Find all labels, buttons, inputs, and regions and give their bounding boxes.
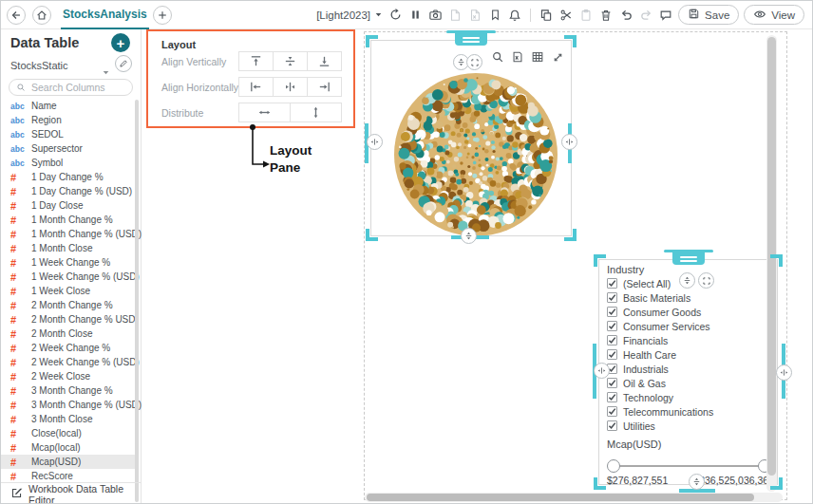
resize-width-left-handle[interactable]	[367, 134, 383, 150]
checkbox-icon[interactable]	[607, 406, 617, 417]
save-button[interactable]: Save	[678, 5, 739, 25]
column-list-item[interactable]: # 2 Month Change %	[1, 298, 136, 312]
maximize-panel-button[interactable]	[466, 54, 482, 70]
back-button[interactable]	[7, 6, 26, 25]
distribute-horizontal-button[interactable]	[238, 103, 291, 122]
expand-icon[interactable]	[550, 49, 565, 65]
notifications-bell-icon[interactable]	[507, 8, 522, 23]
checkbox-icon[interactable]	[607, 278, 617, 289]
panel-drag-handle[interactable]	[664, 250, 713, 265]
resize-height-bottom-handle[interactable]	[689, 474, 705, 490]
align-right-button[interactable]	[307, 77, 342, 97]
tab-stocksanalysis[interactable]: StocksAnalysis	[61, 1, 149, 29]
industry-filter-checkbox-row[interactable]: Oil & Gas	[607, 376, 713, 390]
column-list-item[interactable]: # 2 Week Change % (USD)	[1, 355, 136, 369]
resize-height-bottom-handle[interactable]	[461, 228, 477, 244]
checkbox-icon[interactable]	[607, 349, 617, 360]
comment-icon[interactable]	[658, 8, 673, 23]
column-list-item[interactable]: # 1 Week Close	[1, 284, 136, 298]
industry-filter-checkbox-row[interactable]: Technology	[607, 390, 713, 404]
column-list-item[interactable]: abc Name	[1, 99, 136, 113]
industry-filter-checkbox-row[interactable]: Industrials	[607, 362, 713, 376]
add-dashboard-button[interactable]	[153, 6, 172, 25]
refresh-icon[interactable]	[388, 8, 403, 23]
workbook-data-table-editor-button[interactable]: Workbook Data Table Editor	[1, 482, 141, 504]
table-view-icon[interactable]	[530, 49, 545, 65]
align-bottom-button[interactable]	[307, 51, 342, 71]
column-list-item[interactable]: # 1 Day Change %	[1, 170, 136, 184]
column-list-item[interactable]: # Mcap(USD)	[1, 455, 136, 469]
delete-trash-icon[interactable]	[598, 8, 614, 23]
industry-filter-checkbox-row[interactable]: Financials	[607, 333, 713, 347]
column-list-item[interactable]: abc Symbol	[1, 156, 136, 170]
scrollbar-thumb[interactable]	[367, 494, 754, 501]
pdf-export-icon[interactable]	[447, 8, 463, 23]
data-table-name[interactable]: StocksStatic	[10, 60, 68, 71]
checkbox-icon[interactable]	[607, 420, 617, 431]
align-middle-button[interactable]	[273, 51, 308, 71]
slider-min-handle[interactable]	[607, 459, 620, 473]
resize-width-right-handle[interactable]	[776, 364, 792, 381]
column-list-item[interactable]: # Mcap(local)	[1, 440, 136, 455]
circle-pack-visualization-panel[interactable]	[370, 40, 572, 236]
align-center-button[interactable]	[273, 77, 308, 97]
fit-height-button[interactable]	[679, 272, 695, 289]
canvas-horizontal-scrollbar[interactable]	[365, 493, 783, 502]
checkbox-icon[interactable]	[607, 392, 617, 402]
checkbox-icon[interactable]	[607, 292, 617, 303]
search-columns-input[interactable]	[29, 81, 125, 94]
redo-icon[interactable]	[638, 8, 653, 23]
undo-icon[interactable]	[618, 8, 633, 23]
edit-table-button[interactable]	[115, 55, 132, 72]
column-list-item[interactable]: # Close(local)	[1, 426, 136, 440]
column-list-item[interactable]: # 2 Month Close	[1, 327, 136, 341]
column-list-item[interactable]: # 2 Month Change % USD	[1, 312, 136, 327]
sidebar-scrollbar[interactable]	[135, 100, 139, 502]
column-list-item[interactable]: # 3 Month Change %	[1, 383, 136, 398]
pause-icon[interactable]	[407, 8, 423, 23]
industry-filter-panel[interactable]: Industry (Select All) Basic Materials Co…	[598, 259, 778, 485]
camera-icon[interactable]	[427, 8, 443, 23]
checkbox-icon[interactable]	[607, 307, 617, 317]
add-data-table-button[interactable]: +	[111, 33, 130, 52]
column-list-item[interactable]: # 2 Week Change %	[1, 341, 136, 355]
zoom-search-icon[interactable]	[490, 49, 505, 65]
column-list-item[interactable]: # 2 Week Close	[1, 369, 136, 383]
column-list-item[interactable]: # 3 Month Change % (USD)	[1, 398, 136, 412]
column-list-item[interactable]: # 1 Week Change %	[1, 255, 136, 270]
view-button[interactable]: View	[744, 5, 804, 25]
resize-width-left-handle[interactable]	[594, 363, 610, 379]
industry-filter-checkbox-row[interactable]: Basic Materials	[607, 290, 713, 305]
checkbox-icon[interactable]	[607, 378, 617, 388]
theme-selector[interactable]: [Light2023]	[316, 9, 383, 21]
industry-filter-checkbox-row[interactable]: Consumer Services	[607, 319, 713, 333]
maximize-panel-button[interactable]	[698, 272, 714, 289]
checkbox-icon[interactable]	[607, 321, 617, 331]
paste-icon[interactable]	[578, 8, 594, 23]
home-button[interactable]	[32, 6, 51, 25]
panel-drag-handle[interactable]	[446, 30, 496, 46]
column-list-item[interactable]: abc Supersector	[1, 141, 136, 156]
bookmark-icon[interactable]	[487, 8, 502, 23]
column-list-item[interactable]: # 1 Month Change % (USD)	[1, 227, 136, 241]
slider-track[interactable]	[613, 465, 766, 467]
align-top-button[interactable]	[238, 51, 274, 71]
industry-filter-checkbox-row[interactable]: Health Care	[607, 347, 713, 362]
excel-export-icon[interactable]	[467, 8, 482, 23]
industry-filter-checkbox-row[interactable]: Utilities	[607, 419, 713, 433]
column-list-item[interactable]: # 3 Month Close	[1, 412, 136, 426]
industry-filter-checkbox-row[interactable]: Consumer Goods	[607, 305, 713, 319]
resize-width-right-handle[interactable]	[561, 134, 577, 150]
export-data-icon[interactable]	[510, 49, 525, 65]
column-list-item[interactable]: abc Region	[1, 113, 136, 127]
align-left-button[interactable]	[238, 77, 274, 97]
checkbox-icon[interactable]	[607, 335, 617, 345]
cut-scissors-icon[interactable]	[558, 8, 574, 23]
distribute-vertical-button[interactable]	[290, 103, 342, 122]
column-list-item[interactable]: # 1 Week Change % (USD)	[1, 270, 136, 284]
column-list-item[interactable]: # 1 Day Close	[1, 198, 136, 213]
column-list-item[interactable]: # 1 Day Change % (USD)	[1, 184, 136, 198]
copy-icon[interactable]	[539, 8, 554, 23]
column-list-item[interactable]: # 1 Month Close	[1, 241, 136, 255]
industry-filter-checkbox-row[interactable]: Telecommunications	[607, 404, 713, 419]
